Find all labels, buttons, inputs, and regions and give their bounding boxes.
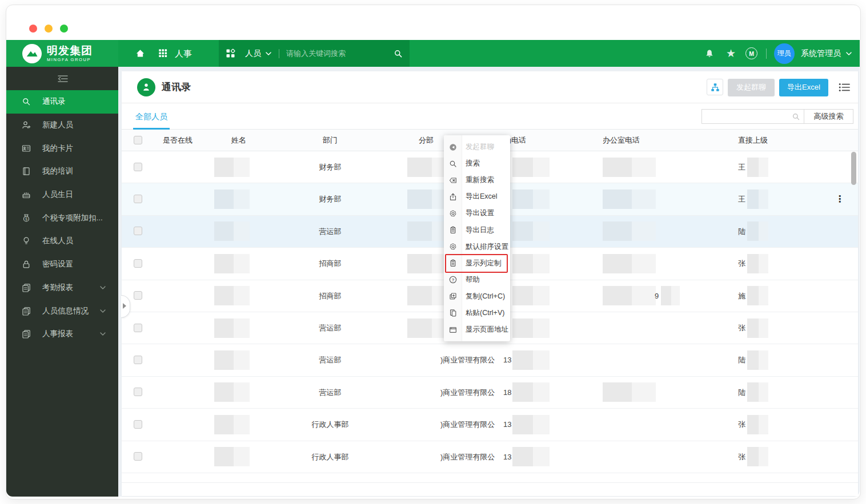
select-all-checkbox[interactable]	[134, 136, 142, 144]
row-checkbox[interactable]	[134, 163, 142, 171]
menu-item-show-page-url[interactable]: 显示页面地址	[444, 321, 510, 338]
department-cell: 行政人事部	[284, 409, 376, 440]
menu-item-label: 默认排序设置	[466, 242, 508, 252]
table-row[interactable]: 营运部)商业管理有限公13陆	[122, 344, 858, 376]
favorites-star-icon[interactable]: ★	[726, 48, 736, 59]
row-checkbox[interactable]	[134, 195, 142, 203]
global-search-bar: 人员	[219, 40, 410, 67]
context-menu: 发起群聊搜索重新搜索导出Excel导出设置导出日志默认排序设置显示列定制?帮助复…	[444, 135, 510, 341]
sidebar-item-new-person[interactable]: 新建人员	[6, 114, 118, 137]
department-cell: 营运部	[284, 377, 376, 408]
column-header-5[interactable]: 办公室电话	[603, 130, 640, 151]
page-title: 通讯录	[162, 71, 191, 103]
row-checkbox[interactable]	[134, 388, 142, 396]
sidebar-item-my-training[interactable]: 我的培训	[6, 160, 118, 183]
notifications-bell-icon[interactable]	[704, 49, 715, 58]
table-row[interactable]: 行政人事部)商业管理有限公13张	[122, 441, 858, 473]
org-chart-button[interactable]	[707, 79, 723, 95]
chevron-down-icon[interactable]	[846, 52, 852, 55]
menu-item-help[interactable]: ?帮助	[444, 272, 510, 288]
department-cell: 营运部	[284, 344, 376, 376]
category-icon[interactable]	[226, 49, 235, 58]
chevron-down-icon[interactable]	[266, 52, 271, 55]
search-icon[interactable]	[394, 49, 403, 58]
log-icon	[449, 226, 457, 234]
supervisor-cell: 张	[738, 441, 745, 473]
tab-all-personnel[interactable]: 全部人员	[135, 103, 167, 130]
divider	[279, 49, 279, 58]
row-checkbox[interactable]	[134, 291, 142, 300]
menu-item-default-sort-settings[interactable]: 默认排序设置	[444, 239, 510, 255]
department-cell: 营运部	[284, 216, 376, 247]
home-icon[interactable]	[135, 49, 145, 58]
menu-item-export-excel[interactable]: 导出Excel	[444, 188, 510, 205]
sidebar-item-hr-report[interactable]: 人事报表	[6, 322, 118, 346]
row-checkbox[interactable]	[134, 452, 142, 461]
redacted-name	[214, 158, 250, 177]
user-add-icon	[22, 120, 31, 130]
search-scope-select[interactable]: 人员	[245, 49, 261, 59]
row-checkbox[interactable]	[134, 420, 142, 429]
user-role-label[interactable]: 系统管理员	[801, 49, 841, 59]
column-header-3[interactable]: 分部	[419, 130, 434, 151]
redacted-mobile	[512, 415, 550, 434]
sidebar-item-my-card[interactable]: 我的卡片	[6, 136, 118, 160]
sidebar-collapse-icon[interactable]	[57, 74, 69, 83]
column-header-2[interactable]: 部门	[323, 130, 338, 151]
sidebar-item-tax-deduction[interactable]: $个税专项附加扣...	[6, 206, 118, 229]
row-checkbox[interactable]	[134, 259, 142, 268]
user-avatar[interactable]: 理员	[774, 43, 795, 64]
sidebar-item-online-users[interactable]: 在线人员	[6, 229, 118, 253]
global-search-input[interactable]	[285, 49, 394, 58]
department-cell: 财务部	[284, 183, 376, 215]
redacted-office-phone	[661, 286, 680, 305]
sidebar-item-password-settings[interactable]: 密码设置	[6, 253, 118, 276]
menu-item-label: 搜索	[466, 159, 480, 168]
search-icon	[22, 97, 31, 106]
scrollbar[interactable]	[851, 152, 856, 185]
table-search-input[interactable]	[705, 111, 791, 123]
redacted-supervisor	[747, 221, 768, 241]
sidebar-item-contacts[interactable]: 通讯录	[6, 90, 118, 114]
column-header-6[interactable]: 直接上级	[738, 130, 768, 151]
minimize-button[interactable]	[45, 25, 53, 33]
fullscreen-button[interactable]	[60, 25, 68, 33]
tab-bar: 全部人员 高级搜索	[122, 103, 858, 130]
apps-grid-icon[interactable]	[158, 49, 168, 58]
sidebar-item-label: 个税专项附加扣...	[42, 213, 103, 223]
menu-item-export-settings[interactable]: 导出设置	[444, 205, 510, 221]
sidebar-item-birthdays[interactable]: 人员生日	[6, 183, 118, 207]
menu-item-label: 导出Excel	[466, 192, 498, 201]
m-badge-icon[interactable]: M	[745, 47, 757, 59]
list-view-icon[interactable]	[839, 83, 850, 92]
close-button[interactable]	[29, 25, 37, 33]
supervisor-cell: 陆	[738, 377, 745, 408]
redacted-office-phone	[603, 189, 656, 209]
redacted-mobile	[512, 382, 550, 402]
menu-item-copy[interactable]: 复制(Ctrl+C)	[444, 288, 510, 305]
row-checkbox[interactable]	[134, 227, 142, 235]
menu-item-export-log[interactable]: 导出日志	[444, 221, 510, 238]
table-row[interactable]: 营运部)商业管理有限公18陆	[122, 377, 858, 409]
table-row[interactable]: 行政人事部)商业管理有限公13张	[122, 409, 858, 441]
menu-item-column-customize[interactable]: 显示列定制	[444, 255, 510, 272]
search-icon[interactable]	[792, 112, 800, 121]
department-cell: 营运部	[284, 312, 376, 344]
app-name[interactable]: 人事	[175, 40, 192, 67]
column-header-1[interactable]: 姓名	[231, 130, 246, 151]
advanced-search-button[interactable]: 高级搜索	[804, 109, 853, 124]
menu-item-re-search[interactable]: 重新搜索	[444, 172, 510, 188]
topbar-actions: ★ M ⋯ 理员 系统管理员	[704, 40, 852, 67]
menu-item-paste[interactable]: 粘贴(Ctrl+V)	[444, 305, 510, 321]
sidebar-item-attendance-report[interactable]: 考勤报表	[6, 276, 118, 300]
export-excel-button[interactable]: 导出Excel	[779, 79, 828, 96]
menu-item-search[interactable]: 搜索	[444, 155, 510, 172]
brand-title: 明发集团	[47, 45, 93, 56]
brand-logo[interactable]: 明发集团 MINGFA GROUP	[6, 40, 118, 67]
column-header-0[interactable]: 是否在线	[163, 130, 193, 151]
sidebar-item-personnel-info[interactable]: 人员信息情况	[6, 299, 118, 322]
supervisor-cell: 王	[738, 151, 745, 183]
row-checkbox[interactable]	[134, 324, 142, 332]
row-checkbox[interactable]	[134, 356, 142, 364]
row-more-menu[interactable]: ⋮	[835, 193, 844, 204]
